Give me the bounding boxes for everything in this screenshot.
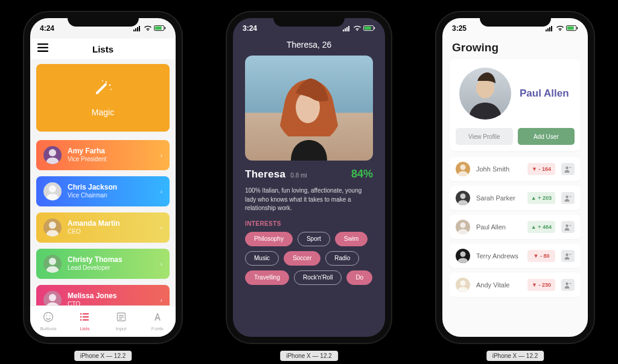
svg-point-50 [565, 167, 568, 169]
delta-badge: ▲ + 203 [527, 192, 555, 204]
user-name: Johh Smith [476, 165, 521, 173]
list-item-info: Amanda Martin CEO [68, 220, 161, 235]
user-action-button[interactable] [561, 221, 575, 233]
hamburger-icon[interactable] [37, 43, 48, 54]
svg-rect-2 [137, 27, 138, 31]
hero-card[interactable]: Magic [36, 64, 170, 132]
tab-fonts[interactable]: Fonts [139, 306, 176, 337]
profile-name: Paul Allen [520, 88, 569, 100]
list-item-info: Chris Jackson Vice Chairman [68, 184, 161, 199]
list-item-name: Amanda Martin [68, 220, 161, 228]
battery-icon [363, 25, 375, 31]
svg-point-19 [49, 294, 56, 301]
svg-rect-42 [547, 28, 549, 31]
tab-label: Buttons [40, 326, 57, 331]
user-row[interactable]: Paul Allen ▲ + 464 [450, 215, 581, 239]
interest-chip[interactable]: Do [346, 270, 372, 285]
tab-input[interactable]: Input [103, 306, 139, 337]
device-notch [273, 12, 345, 27]
page-heading: Growing [452, 41, 578, 54]
user-name: Terry Andrews [476, 252, 521, 260]
svg-rect-57 [570, 225, 572, 226]
svg-rect-28 [83, 319, 89, 321]
svg-rect-51 [570, 167, 572, 168]
avatar [43, 182, 62, 200]
tabbar: Buttons Lists Input Fonts [30, 305, 176, 337]
interest-chip[interactable]: Radio [325, 251, 359, 266]
avatar [456, 220, 470, 234]
svg-point-59 [565, 254, 568, 256]
interest-chip[interactable]: Music [245, 251, 279, 266]
list-item-info: Melissa Jones CTO [68, 292, 161, 305]
interest-chip[interactable]: Philosophy [245, 232, 293, 246]
avatar [43, 146, 62, 164]
status-time: 4:24 [40, 24, 54, 33]
svg-rect-3 [139, 26, 140, 31]
list-item[interactable]: Chris Jackson Vice Chairman › [36, 176, 170, 206]
profile-bio: 100% Italian, fun loving, affectionate, … [245, 187, 373, 213]
svg-point-23 [80, 313, 82, 315]
view-profile-button[interactable]: View Profile [456, 128, 513, 145]
list-item[interactable]: Amy Farha Vice President › [36, 140, 170, 170]
wifi-icon [144, 25, 152, 31]
view-profile-label: View Profile [468, 133, 500, 140]
user-action-button[interactable] [561, 192, 575, 204]
device-growing: 3:25 Growing Paul Allen [436, 12, 594, 343]
status-icons [133, 25, 166, 31]
tab-lists[interactable]: Lists [66, 306, 103, 337]
add-user-button[interactable]: Add User [518, 128, 575, 145]
list-icon [79, 311, 90, 325]
svg-rect-38 [365, 27, 371, 30]
user-action-button[interactable] [561, 250, 575, 262]
chevron-right-icon: › [161, 297, 162, 304]
svg-rect-63 [570, 283, 572, 284]
list-item-role: Vice Chairman [68, 192, 161, 199]
nav-bar: Lists [30, 39, 176, 59]
form-icon [116, 311, 127, 325]
list-item[interactable]: Christy Thomas Lead Developer › [36, 249, 170, 279]
user-row[interactable]: Sarah Parker ▲ + 203 [450, 186, 581, 210]
profile-avatar[interactable] [459, 68, 511, 120]
list-item-role: CTO [68, 301, 161, 305]
people-list: Amy Farha Vice President › Chris Jackson… [36, 140, 170, 305]
list-item-role: Lead Developer [68, 264, 161, 272]
svg-rect-36 [348, 26, 349, 31]
tab-buttons[interactable]: Buttons [30, 306, 66, 337]
device-lists: 4:24 Lists Magic [24, 12, 182, 343]
svg-point-62 [565, 283, 568, 285]
list-item-name: Christy Thomas [68, 256, 161, 264]
interest-chips: PhilosophySportSwimMusicSoccerRadioTrave… [245, 232, 385, 285]
nav-title: Lists [92, 44, 113, 54]
interest-chip[interactable]: Soccer [284, 251, 320, 266]
list-item-role: CEO [68, 228, 161, 235]
user-row[interactable]: Terry Andrews ▼ - 80 [450, 244, 581, 268]
svg-rect-24 [83, 313, 89, 315]
chevron-right-icon: › [161, 188, 162, 195]
profile-card: Paul Allen View Profile Add User [450, 59, 581, 151]
user-action-button[interactable] [561, 163, 575, 175]
svg-rect-54 [570, 196, 572, 197]
add-user-label: Add User [534, 133, 559, 140]
user-name: Sarah Parker [476, 194, 521, 202]
svg-point-17 [49, 222, 56, 229]
user-row[interactable]: Andy Vitale ▼ - 230 [450, 273, 581, 297]
interest-chip[interactable]: Travelling [245, 270, 289, 285]
list-item[interactable]: Melissa Jones CTO › [36, 285, 170, 305]
user-row[interactable]: Johh Smith ▼ - 164 [450, 157, 581, 181]
profile-photo[interactable] [245, 56, 373, 161]
list-item[interactable]: Amanda Martin CEO › [36, 212, 170, 243]
svg-point-13 [102, 80, 103, 81]
svg-point-14 [110, 89, 112, 90]
status-time: 3:24 [243, 24, 257, 33]
section-interests-heading: INTERESTS [245, 220, 373, 227]
interest-chip[interactable]: Rock'n'Roll [294, 270, 342, 285]
status-icons [546, 25, 578, 31]
svg-point-56 [565, 225, 568, 227]
chevron-right-icon: › [161, 261, 162, 267]
user-action-button[interactable] [561, 279, 575, 291]
interest-chip[interactable]: Swim [335, 232, 368, 246]
svg-rect-43 [549, 27, 550, 31]
profile-name: Theresa [245, 168, 285, 180]
interest-chip[interactable]: Sport [298, 232, 330, 246]
svg-point-27 [80, 319, 82, 321]
